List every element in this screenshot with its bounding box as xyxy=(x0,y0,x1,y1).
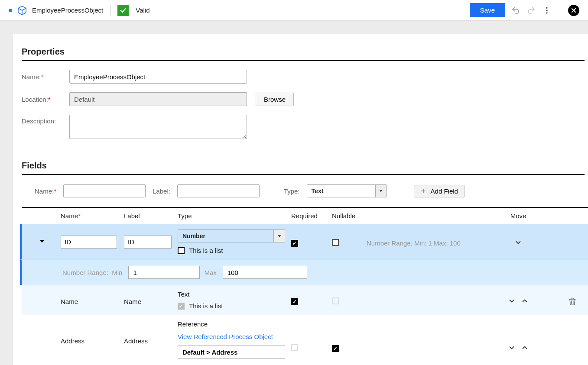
valid-label: Valid xyxy=(136,6,149,14)
required-checkbox[interactable] xyxy=(291,298,298,305)
move-up-icon[interactable] xyxy=(520,297,529,307)
reference-path-input[interactable] xyxy=(178,346,285,359)
more-menu-icon[interactable] xyxy=(542,5,552,16)
location-label-text: Location: xyxy=(22,96,48,103)
field-name: Name xyxy=(61,298,78,305)
required-star-icon: * xyxy=(41,73,43,81)
fields-section-title: Fields xyxy=(22,156,585,175)
gray-band xyxy=(13,21,588,34)
required-checkbox[interactable] xyxy=(291,344,298,351)
view-referenced-link[interactable]: View Referenced Process Object xyxy=(178,333,291,340)
svg-point-3 xyxy=(546,10,547,11)
divider xyxy=(110,5,110,16)
col-name-label: Name xyxy=(61,212,78,220)
required-star-icon: * xyxy=(78,212,81,220)
process-object-icon xyxy=(16,5,28,16)
field-info: Number Range, Min: 1 Max: 100 xyxy=(367,239,461,247)
col-move: Move xyxy=(479,212,557,220)
field-row-id-range: Number Range: Min Max xyxy=(20,260,588,285)
nullable-checkbox[interactable] xyxy=(332,297,339,304)
move-down-icon[interactable] xyxy=(507,343,516,353)
col-required: Required xyxy=(291,212,332,220)
dropdown-arrow-icon xyxy=(375,185,387,197)
is-list-checkbox[interactable] xyxy=(178,247,185,254)
is-list-label: This is a list xyxy=(189,302,223,310)
newfield-label-label: Label: xyxy=(153,187,170,195)
newfield-name-label-text: Name: xyxy=(35,187,54,195)
field-type-value: Number xyxy=(178,230,273,242)
required-star-icon: * xyxy=(48,96,51,103)
newfield-name-label: Name:* xyxy=(35,187,56,195)
svg-marker-7 xyxy=(380,190,383,192)
close-button[interactable] xyxy=(568,5,579,16)
max-input[interactable] xyxy=(223,266,307,279)
field-label: Name xyxy=(124,298,141,305)
svg-point-2 xyxy=(546,7,547,8)
name-label-text: Name: xyxy=(22,73,41,81)
dropdown-arrow-icon xyxy=(273,230,285,242)
field-row-id[interactable]: Number This is a list xyxy=(20,224,588,260)
number-range-label-text: Number Range: xyxy=(62,269,108,276)
browse-button[interactable]: Browse xyxy=(256,93,294,106)
required-checkbox[interactable] xyxy=(291,240,298,247)
add-field-label: Add Field xyxy=(431,187,458,195)
field-type-select[interactable]: Number xyxy=(178,229,285,242)
object-name: EmployeeProcessObject xyxy=(32,6,103,14)
newfield-name-input[interactable] xyxy=(63,184,146,197)
move-up-icon[interactable] xyxy=(520,343,529,353)
col-type: Type xyxy=(178,212,291,220)
divider xyxy=(560,5,560,16)
delete-icon[interactable] xyxy=(557,297,588,306)
location-label: Location:* xyxy=(22,96,61,103)
newfield-type-label: Type: xyxy=(284,187,300,195)
required-star-icon: * xyxy=(54,187,56,195)
name-input[interactable] xyxy=(69,70,247,84)
nullable-checkbox[interactable] xyxy=(332,239,339,246)
top-bar: EmployeeProcessObject Valid Save xyxy=(0,0,588,21)
col-label: Label xyxy=(124,212,178,220)
undo-icon[interactable] xyxy=(510,5,521,16)
valid-badge-icon xyxy=(117,5,129,16)
nullable-checkbox[interactable] xyxy=(332,345,339,352)
max-label: Max xyxy=(204,269,216,276)
move-down-icon[interactable] xyxy=(514,238,523,248)
redo-icon[interactable] xyxy=(526,5,536,16)
field-type: Text xyxy=(178,291,291,298)
plus-icon xyxy=(420,188,426,194)
field-label: Address xyxy=(124,337,148,345)
number-range-label: Number Range: Min xyxy=(62,269,122,276)
expand-toggle-icon[interactable] xyxy=(22,238,45,244)
field-name: Address xyxy=(61,337,84,345)
add-field-button[interactable]: Add Field xyxy=(414,185,465,197)
properties-section-title: Properties xyxy=(22,42,585,61)
col-name: Name* xyxy=(61,212,124,220)
field-type: Reference xyxy=(178,320,291,328)
fields-table: Name* Label Type Required Nullable Move xyxy=(22,207,588,364)
location-input xyxy=(69,92,247,106)
name-label: Name:* xyxy=(22,73,61,81)
is-list-label: This is a list xyxy=(189,247,223,254)
field-label-input[interactable] xyxy=(124,236,172,249)
min-label: Min xyxy=(112,269,122,276)
description-label: Description: xyxy=(22,115,61,125)
svg-marker-11 xyxy=(278,235,281,237)
fields-table-header: Name* Label Type Required Nullable Move xyxy=(22,208,588,224)
col-nullable: Nullable xyxy=(332,212,367,220)
svg-point-4 xyxy=(546,12,547,13)
unsaved-indicator-dot xyxy=(9,9,12,12)
newfield-label-input[interactable] xyxy=(177,184,260,197)
is-list-checkbox xyxy=(178,303,185,310)
description-textarea[interactable] xyxy=(69,115,247,139)
field-name-input[interactable] xyxy=(61,236,117,249)
newfield-type-value: Text xyxy=(307,185,375,197)
field-row-address[interactable]: Address Address Reference View Reference… xyxy=(22,315,588,364)
save-button[interactable]: Save xyxy=(470,3,505,17)
min-input[interactable] xyxy=(128,266,200,279)
svg-marker-10 xyxy=(40,240,44,243)
field-row-name[interactable]: Name Name Text This is a list xyxy=(22,285,588,315)
move-down-icon[interactable] xyxy=(507,297,516,307)
newfield-type-select[interactable]: Text xyxy=(307,184,387,197)
